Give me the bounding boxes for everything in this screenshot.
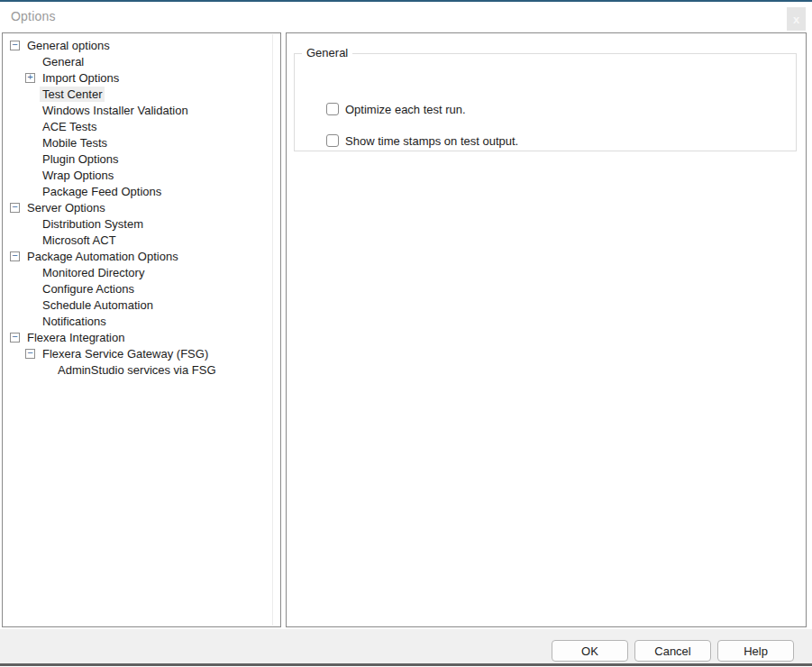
checkbox-row-timestamps[interactable]: Show time stamps on test output. [326, 133, 518, 148]
timestamps-checkbox[interactable] [326, 134, 339, 147]
settings-panel: General Optimize each test run. Show tim… [286, 32, 807, 627]
close-button[interactable]: x [787, 7, 806, 31]
tree-item-label: Server Options [24, 200, 108, 215]
tree: −General optionsGeneral+Import OptionsTe… [3, 37, 280, 378]
cancel-button[interactable]: Cancel [634, 640, 711, 662]
options-tree-panel: −General optionsGeneral+Import OptionsTe… [2, 32, 281, 627]
tree-item-label: Mobile Tests [40, 135, 110, 151]
tree-item[interactable]: ACE Tests [3, 118, 280, 134]
window-title: Options [11, 9, 56, 23]
tree-item-label: Schedule Automation [40, 297, 156, 313]
minus-icon[interactable]: − [25, 349, 35, 359]
tree-item[interactable]: −Server Options [3, 199, 280, 215]
titlebar[interactable]: Options x [0, 2, 812, 32]
tree-item[interactable]: −Flexera Integration [3, 329, 280, 345]
checkbox-label: Show time stamps on test output. [345, 134, 518, 148]
minus-icon[interactable]: − [10, 41, 20, 50]
tree-item[interactable]: +Import Options [3, 69, 280, 86]
tree-item[interactable]: Wrap Options [3, 167, 280, 183]
tree-item-label: Package Feed Options [40, 184, 164, 199]
tree-item[interactable]: General [3, 53, 280, 69]
close-icon: x [793, 13, 799, 26]
tree-item-label: Configure Actions [40, 281, 137, 297]
tree-item[interactable]: Microsoft ACT [3, 232, 280, 248]
checkbox-row-optimize[interactable]: Optimize each test run. [326, 102, 466, 116]
optimize-checkbox[interactable] [326, 103, 339, 115]
tree-item-label: AdminStudio services via FSG [55, 362, 219, 378]
minus-icon[interactable]: − [10, 251, 20, 261]
minus-icon[interactable]: − [10, 203, 20, 213]
tree-item-label: General [40, 54, 87, 69]
tree-item-label: Windows Installer Validation [40, 103, 191, 118]
tree-item-label: Test Center [40, 87, 105, 102]
tree-item-label: General options [24, 38, 113, 53]
tree-item[interactable]: AdminStudio services via FSG [3, 361, 280, 378]
tree-item[interactable]: Package Feed Options [3, 183, 280, 199]
tree-item[interactable]: Notifications [3, 313, 280, 329]
tree-item[interactable]: Monitored Directory [3, 264, 280, 280]
general-groupbox: General Optimize each test run. Show tim… [294, 53, 797, 151]
scrollbar-track[interactable] [272, 34, 273, 626]
options-dialog: Options x −General optionsGeneral+Import… [0, 0, 812, 667]
tree-item-label: Distribution System [40, 216, 146, 232]
ok-button[interactable]: OK [552, 640, 628, 662]
tree-item-label: Package Automation Options [24, 249, 181, 264]
tree-item-label: Import Options [40, 70, 122, 86]
checkbox-label: Optimize each test run. [345, 103, 466, 116]
tree-item-label: ACE Tests [40, 119, 99, 134]
tree-item[interactable]: −Package Automation Options [3, 248, 280, 264]
tree-item[interactable]: Distribution System [3, 215, 280, 232]
tree-item-label: Wrap Options [40, 168, 116, 183]
plus-icon[interactable]: + [25, 73, 35, 83]
tree-item-label: Monitored Directory [40, 265, 147, 280]
tree-item[interactable]: Mobile Tests [3, 134, 280, 151]
tree-item-label: Flexera Service Gateway (FSG) [40, 346, 211, 361]
tree-item[interactable]: Test Center [3, 86, 280, 102]
groupbox-title: General [302, 46, 352, 59]
tree-item[interactable]: Windows Installer Validation [3, 102, 280, 118]
tree-item-label: Notifications [40, 314, 109, 329]
tree-item[interactable]: Configure Actions [3, 280, 280, 297]
help-button[interactable]: Help [717, 640, 794, 662]
dialog-footer: OK Cancel Help [0, 629, 812, 663]
tree-item[interactable]: −Flexera Service Gateway (FSG) [3, 345, 280, 361]
tree-item-label: Plugin Options [40, 151, 122, 167]
tree-item[interactable]: −General options [3, 37, 280, 53]
tree-item[interactable]: Schedule Automation [3, 297, 280, 313]
tree-item-label: Flexera Integration [24, 330, 127, 345]
tree-item-label: Microsoft ACT [40, 233, 119, 248]
window-bottom-border [0, 663, 812, 666]
minus-icon[interactable]: − [10, 333, 20, 343]
tree-item[interactable]: Plugin Options [3, 151, 280, 167]
